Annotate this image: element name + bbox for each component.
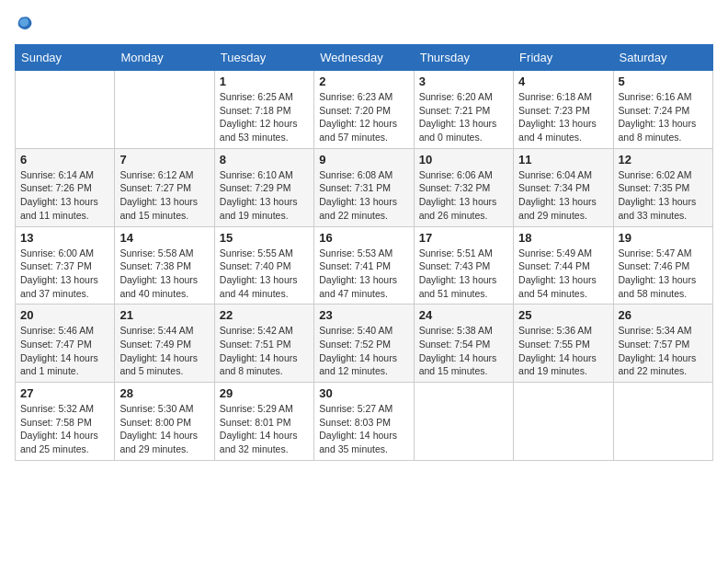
day-info: Sunrise: 6:12 AM Sunset: 7:27 PM Dayligh… — [119, 168, 209, 223]
logo-icon — [15, 15, 33, 33]
day-info: Sunrise: 5:29 AM Sunset: 8:01 PM Dayligh… — [220, 402, 309, 456]
day-info: Sunrise: 5:55 AM Sunset: 7:40 PM Dayligh… — [220, 247, 309, 301]
day-number: 25 — [518, 308, 608, 322]
day-info: Sunrise: 6:20 AM Sunset: 7:21 PM Dayligh… — [419, 90, 508, 144]
calendar-cell: 7Sunrise: 6:12 AM Sunset: 7:27 PM Daylig… — [115, 148, 214, 226]
calendar-cell: 19Sunrise: 5:47 AM Sunset: 7:46 PM Dayli… — [613, 226, 712, 304]
day-info: Sunrise: 5:47 AM Sunset: 7:46 PM Dayligh… — [619, 247, 708, 301]
day-number: 27 — [20, 386, 109, 400]
calendar-cell: 4Sunrise: 6:18 AM Sunset: 7:23 PM Daylig… — [514, 71, 613, 149]
calendar-cell: 24Sunrise: 5:38 AM Sunset: 7:54 PM Dayli… — [414, 304, 513, 383]
day-info: Sunrise: 6:00 AM Sunset: 7:37 PM Dayligh… — [20, 247, 109, 301]
calendar-cell — [115, 71, 214, 149]
col-header-wednesday: Wednesday — [314, 45, 414, 71]
day-number: 14 — [119, 231, 209, 245]
day-info: Sunrise: 5:58 AM Sunset: 7:38 PM Dayligh… — [119, 247, 209, 301]
calendar-cell: 12Sunrise: 6:02 AM Sunset: 7:35 PM Dayli… — [613, 148, 712, 226]
day-number: 11 — [518, 153, 608, 167]
day-number: 12 — [619, 153, 708, 167]
day-number: 20 — [20, 308, 109, 322]
calendar-cell: 3Sunrise: 6:20 AM Sunset: 7:21 PM Daylig… — [414, 71, 513, 149]
calendar-cell — [414, 383, 513, 461]
day-info: Sunrise: 5:51 AM Sunset: 7:43 PM Dayligh… — [419, 247, 508, 301]
calendar-cell — [514, 383, 613, 461]
calendar-header-row: SundayMondayTuesdayWednesdayThursdayFrid… — [16, 45, 713, 71]
day-info: Sunrise: 5:44 AM Sunset: 7:49 PM Dayligh… — [119, 324, 209, 378]
calendar-cell: 27Sunrise: 5:32 AM Sunset: 7:58 PM Dayli… — [16, 383, 115, 461]
day-number: 7 — [119, 153, 209, 167]
calendar-cell: 21Sunrise: 5:44 AM Sunset: 7:49 PM Dayli… — [115, 304, 214, 383]
calendar-cell — [16, 71, 115, 149]
day-info: Sunrise: 6:02 AM Sunset: 7:35 PM Dayligh… — [619, 168, 708, 223]
day-info: Sunrise: 5:49 AM Sunset: 7:44 PM Dayligh… — [518, 247, 608, 301]
calendar-cell: 13Sunrise: 6:00 AM Sunset: 7:37 PM Dayli… — [16, 226, 115, 304]
day-number: 23 — [319, 308, 408, 322]
day-number: 26 — [619, 308, 708, 322]
calendar-cell — [613, 383, 712, 461]
day-number: 2 — [319, 75, 408, 88]
calendar-cell: 28Sunrise: 5:30 AM Sunset: 8:00 PM Dayli… — [115, 383, 214, 461]
day-number: 9 — [319, 153, 408, 167]
day-info: Sunrise: 6:10 AM Sunset: 7:29 PM Dayligh… — [220, 168, 309, 223]
day-number: 21 — [119, 308, 209, 322]
calendar-cell: 29Sunrise: 5:29 AM Sunset: 8:01 PM Dayli… — [214, 383, 313, 461]
calendar-week-row: 13Sunrise: 6:00 AM Sunset: 7:37 PM Dayli… — [16, 226, 713, 304]
col-header-thursday: Thursday — [414, 45, 513, 71]
day-info: Sunrise: 6:18 AM Sunset: 7:23 PM Dayligh… — [518, 90, 608, 144]
day-info: Sunrise: 5:36 AM Sunset: 7:55 PM Dayligh… — [518, 324, 608, 378]
calendar-cell: 30Sunrise: 5:27 AM Sunset: 8:03 PM Dayli… — [314, 383, 414, 461]
calendar-cell: 16Sunrise: 5:53 AM Sunset: 7:41 PM Dayli… — [314, 226, 414, 304]
day-info: Sunrise: 5:53 AM Sunset: 7:41 PM Dayligh… — [319, 247, 408, 301]
calendar-cell: 8Sunrise: 6:10 AM Sunset: 7:29 PM Daylig… — [214, 148, 313, 226]
day-number: 5 — [619, 75, 708, 88]
day-number: 4 — [518, 75, 608, 88]
col-header-monday: Monday — [115, 45, 214, 71]
day-number: 29 — [220, 386, 309, 400]
calendar-cell: 23Sunrise: 5:40 AM Sunset: 7:52 PM Dayli… — [314, 304, 414, 383]
calendar-cell: 18Sunrise: 5:49 AM Sunset: 7:44 PM Dayli… — [514, 226, 613, 304]
calendar-cell: 2Sunrise: 6:23 AM Sunset: 7:20 PM Daylig… — [314, 71, 414, 149]
day-info: Sunrise: 5:30 AM Sunset: 8:00 PM Dayligh… — [119, 402, 209, 456]
calendar-cell: 11Sunrise: 6:04 AM Sunset: 7:34 PM Dayli… — [514, 148, 613, 226]
col-header-saturday: Saturday — [613, 45, 712, 71]
day-number: 30 — [319, 386, 408, 400]
day-number: 18 — [518, 231, 608, 245]
day-number: 16 — [319, 231, 408, 245]
day-info: Sunrise: 5:38 AM Sunset: 7:54 PM Dayligh… — [419, 324, 508, 378]
day-number: 13 — [20, 231, 109, 245]
day-number: 22 — [220, 308, 309, 322]
col-header-tuesday: Tuesday — [214, 45, 313, 71]
col-header-friday: Friday — [514, 45, 613, 71]
calendar-week-row: 6Sunrise: 6:14 AM Sunset: 7:26 PM Daylig… — [16, 148, 713, 226]
calendar-cell: 9Sunrise: 6:08 AM Sunset: 7:31 PM Daylig… — [314, 148, 414, 226]
day-info: Sunrise: 6:06 AM Sunset: 7:32 PM Dayligh… — [419, 168, 508, 223]
day-number: 17 — [419, 231, 508, 245]
calendar-cell: 17Sunrise: 5:51 AM Sunset: 7:43 PM Dayli… — [414, 226, 513, 304]
calendar-cell: 10Sunrise: 6:06 AM Sunset: 7:32 PM Dayli… — [414, 148, 513, 226]
day-info: Sunrise: 6:08 AM Sunset: 7:31 PM Dayligh… — [319, 168, 408, 223]
calendar-cell: 6Sunrise: 6:14 AM Sunset: 7:26 PM Daylig… — [16, 148, 115, 226]
day-number: 15 — [220, 231, 309, 245]
day-info: Sunrise: 6:23 AM Sunset: 7:20 PM Dayligh… — [319, 90, 408, 144]
calendar-week-row: 1Sunrise: 6:25 AM Sunset: 7:18 PM Daylig… — [16, 71, 713, 149]
calendar-week-row: 20Sunrise: 5:46 AM Sunset: 7:47 PM Dayli… — [16, 304, 713, 383]
day-number: 6 — [20, 153, 109, 167]
calendar-cell: 26Sunrise: 5:34 AM Sunset: 7:57 PM Dayli… — [613, 304, 712, 383]
day-number: 1 — [220, 75, 309, 88]
calendar-cell: 14Sunrise: 5:58 AM Sunset: 7:38 PM Dayli… — [115, 226, 214, 304]
calendar-cell: 1Sunrise: 6:25 AM Sunset: 7:18 PM Daylig… — [214, 71, 313, 149]
day-info: Sunrise: 5:46 AM Sunset: 7:47 PM Dayligh… — [20, 324, 109, 378]
day-info: Sunrise: 5:42 AM Sunset: 7:51 PM Dayligh… — [220, 324, 309, 378]
calendar-table: SundayMondayTuesdayWednesdayThursdayFrid… — [15, 44, 713, 461]
day-number: 10 — [419, 153, 508, 167]
calendar-cell: 25Sunrise: 5:36 AM Sunset: 7:55 PM Dayli… — [514, 304, 613, 383]
day-info: Sunrise: 6:16 AM Sunset: 7:24 PM Dayligh… — [619, 90, 708, 144]
logo — [15, 15, 37, 33]
day-number: 19 — [619, 231, 708, 245]
calendar-cell: 22Sunrise: 5:42 AM Sunset: 7:51 PM Dayli… — [214, 304, 313, 383]
calendar-week-row: 27Sunrise: 5:32 AM Sunset: 7:58 PM Dayli… — [16, 383, 713, 461]
day-info: Sunrise: 6:25 AM Sunset: 7:18 PM Dayligh… — [220, 90, 309, 144]
col-header-sunday: Sunday — [16, 45, 115, 71]
day-number: 24 — [419, 308, 508, 322]
page-header — [15, 15, 713, 33]
